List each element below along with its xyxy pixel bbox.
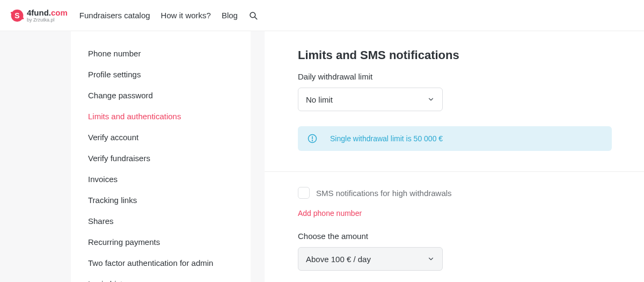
sidebar-item-verify-fundraisers[interactable]: Verify fundraisers	[71, 148, 251, 169]
choose-amount-select[interactable]: Above 100 € / day	[298, 247, 443, 271]
sidebar-item-invoices[interactable]: Invoices	[71, 169, 251, 190]
chevron-down-icon	[427, 255, 435, 263]
info-alert: Single withdrawal limit is 50 000 €	[298, 126, 612, 151]
logo-icon: S	[10, 8, 25, 23]
svg-text:S: S	[14, 11, 19, 20]
daily-withdrawal-limit-label: Daily withdrawal limit	[298, 72, 612, 81]
sidebar-item-recurring-payments[interactable]: Recurring payments	[71, 232, 251, 252]
sidebar-item-two-factor-authentication[interactable]: Two factor authentication for admin	[71, 252, 251, 273]
sidebar-item-limits-and-authentications[interactable]: Limits and authentications	[71, 106, 251, 127]
brand-name-left: 4fund	[27, 8, 49, 17]
sms-notifications-checkbox[interactable]	[298, 187, 310, 199]
settings-sidebar: Phone number Profile settings Change pas…	[71, 31, 251, 282]
info-alert-text: Single withdrawal limit is 50 000 €	[330, 134, 443, 143]
alert-circle-icon	[308, 134, 317, 143]
choose-amount-value: Above 100 € / day	[306, 255, 371, 264]
top-nav: Fundraisers catalog How it works? Blog	[79, 11, 258, 20]
nav-how-it-works[interactable]: How it works?	[161, 11, 211, 20]
sms-notifications-row: SMS notifications for high withdrawals	[298, 187, 612, 199]
middle-gutter	[251, 31, 265, 282]
search-icon[interactable]	[248, 11, 258, 20]
top-header: S 4fund.com by Zrzutka.pl Fundraisers ca…	[0, 0, 644, 31]
sidebar-item-login-history[interactable]: Login history	[71, 273, 251, 282]
brand-name-right: com	[51, 8, 68, 17]
main-panel: Limits and SMS notifications Daily withd…	[265, 31, 644, 282]
sidebar-item-verify-account[interactable]: Verify account	[71, 127, 251, 148]
choose-amount-label: Choose the amount	[298, 232, 612, 241]
nav-fundraisers-catalog[interactable]: Fundraisers catalog	[79, 11, 150, 20]
svg-point-3	[22, 17, 24, 19]
page-title: Limits and SMS notifications	[298, 48, 612, 62]
sidebar-item-change-password[interactable]: Change password	[71, 85, 251, 106]
chevron-down-icon	[427, 96, 435, 103]
svg-point-2	[11, 12, 13, 14]
sidebar-item-phone-number[interactable]: Phone number	[71, 43, 251, 64]
sms-notifications-label: SMS notifications for high withdrawals	[316, 189, 452, 198]
svg-point-8	[312, 140, 313, 141]
add-phone-number-link[interactable]: Add phone number	[298, 209, 362, 218]
logo[interactable]: S 4fund.com by Zrzutka.pl	[10, 8, 68, 23]
sidebar-item-tracking-links[interactable]: Tracking links	[71, 190, 251, 211]
nav-blog[interactable]: Blog	[222, 11, 238, 20]
sidebar-item-shares[interactable]: Shares	[71, 211, 251, 232]
daily-withdrawal-limit-select[interactable]: No limit	[298, 88, 443, 111]
content-area: Phone number Profile settings Change pas…	[0, 31, 644, 282]
left-gutter	[0, 31, 71, 282]
logo-text: 4fund.com by Zrzutka.pl	[27, 9, 68, 23]
section-divider	[265, 171, 644, 172]
daily-withdrawal-limit-value: No limit	[306, 95, 333, 104]
svg-line-5	[255, 17, 257, 19]
logo-subtext: by Zrzutka.pl	[27, 18, 68, 23]
sidebar-item-profile-settings[interactable]: Profile settings	[71, 64, 251, 85]
svg-point-4	[250, 12, 255, 18]
